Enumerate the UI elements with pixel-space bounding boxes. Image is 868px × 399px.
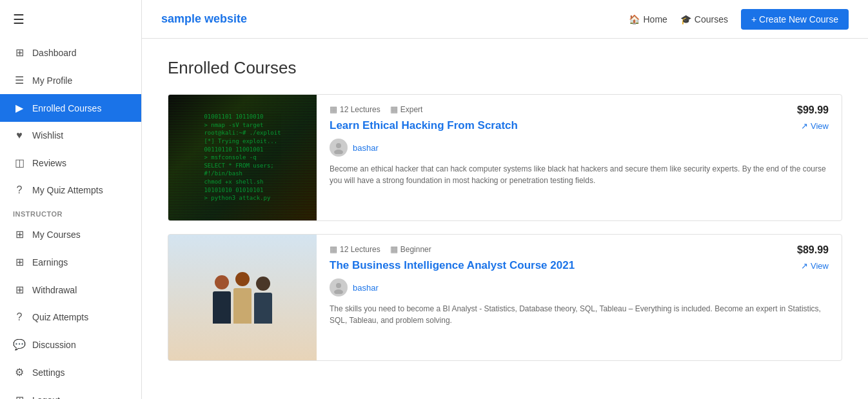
sidebar-item-label: My Profile (32, 75, 72, 86)
level-meta: ▦ Beginner (390, 244, 431, 254)
sidebar-item-dashboard[interactable]: ⊞ Dashboard (0, 39, 141, 66)
logout-icon: ⊞ (13, 394, 26, 399)
sidebar-item-label: Withdrawal (32, 285, 77, 295)
topnav: sample website 🏠 Home 🎓 Courses + Create… (142, 0, 868, 39)
reviews-icon: ◫ (13, 157, 26, 169)
view-course-button[interactable]: ↗ View (801, 261, 829, 271)
home-label: Home (643, 14, 667, 24)
author-name[interactable]: bashar (353, 143, 379, 153)
page-content: Enrolled Courses 01001101 10110010 > nma… (142, 39, 868, 399)
topnav-links: 🏠 Home 🎓 Courses + Create New Course (629, 9, 849, 30)
course-card: ▦ 12 Lectures ▦ Beginner The Business In… (168, 234, 842, 361)
sidebar-item-discussion[interactable]: 💬 Discussion (0, 331, 141, 358)
svg-point-1 (334, 150, 343, 154)
home-icon: 🏠 (629, 14, 640, 24)
head (215, 275, 229, 289)
course-info: ▦ 12 Lectures ▦ Expert Learn Ethical Hac… (317, 95, 842, 220)
enrolled-icon: ▶ (13, 102, 26, 114)
course-price-view: $99.99 ↗ View (797, 104, 829, 131)
sidebar-item-label: Earnings (32, 257, 68, 268)
lectures-count: 12 Lectures (340, 105, 380, 114)
sidebar-item-reviews[interactable]: ◫ Reviews (0, 149, 141, 177)
course-info: ▦ 12 Lectures ▦ Beginner The Business In… (317, 235, 842, 360)
sidebar-item-label: Settings (32, 367, 65, 378)
quiz-attempts-icon: ? (13, 184, 26, 196)
sidebar-item-label: Dashboard (32, 48, 77, 58)
course-title[interactable]: Learn Ethical Hacking From Scratch (330, 119, 829, 132)
sidebar-item-quiz-attempts[interactable]: ? Quiz Attempts (0, 304, 141, 331)
code-visual: 01001101 10110010 > nmap -sV target root… (197, 106, 287, 209)
earnings-icon: ⊞ (13, 256, 26, 268)
sidebar-item-settings[interactable]: ⚙ Settings (0, 358, 141, 386)
body (233, 288, 252, 324)
person-1 (213, 275, 231, 324)
person-3 (254, 277, 272, 324)
sidebar: ☰ ⊞ Dashboard ☰ My Profile ▶ Enrolled Co… (0, 0, 142, 399)
external-link-icon: ↗ (801, 121, 808, 131)
view-course-button[interactable]: ↗ View (801, 121, 829, 131)
sidebar-item-label: My Courses (32, 229, 81, 240)
course-author: bashar (330, 278, 829, 297)
level-icon: ▦ (390, 244, 398, 254)
hamburger-icon[interactable]: ☰ (0, 0, 141, 39)
sidebar-item-logout[interactable]: ⊞ Logout (0, 386, 141, 399)
lectures-meta: ▦ 12 Lectures (330, 244, 380, 254)
courses-icon: 🎓 (680, 14, 691, 24)
home-link[interactable]: 🏠 Home (629, 14, 667, 24)
avatar (330, 139, 348, 157)
view-label: View (811, 121, 829, 131)
course-price: $99.99 (797, 104, 829, 116)
course-card: 01001101 10110010 > nmap -sV target root… (168, 94, 842, 221)
sidebar-item-my-profile[interactable]: ☰ My Profile (0, 66, 141, 94)
dashboard-icon: ⊞ (13, 46, 26, 59)
external-link-icon: ↗ (801, 261, 808, 271)
course-author: bashar (330, 139, 829, 157)
sidebar-item-enrolled-courses[interactable]: ▶ Enrolled Courses (0, 94, 141, 122)
discussion-icon: 💬 (13, 338, 26, 351)
level-icon: ▦ (390, 104, 398, 114)
course-meta: ▦ 12 Lectures ▦ Expert (330, 104, 829, 114)
instructor-section-label: INSTRUCTOR (0, 204, 141, 220)
author-name[interactable]: bashar (353, 283, 379, 293)
sidebar-item-label: Quiz Attempts (32, 312, 88, 322)
course-description: Become an ethical hacker that can hack c… (330, 163, 829, 186)
create-new-course-button[interactable]: + Create New Course (741, 9, 849, 30)
courses-label: Courses (695, 14, 728, 24)
avatar (330, 278, 348, 297)
course-level: Expert (400, 105, 423, 114)
sidebar-item-my-courses[interactable]: ⊞ My Courses (0, 220, 141, 248)
lectures-count: 12 Lectures (340, 245, 380, 254)
course-meta: ▦ 12 Lectures ▦ Beginner (330, 244, 829, 254)
course-price-view: $89.99 ↗ View (797, 244, 829, 271)
sidebar-item-withdrawal[interactable]: ⊞ Withdrawal (0, 276, 141, 304)
sidebar-item-label: My Quiz Attempts (32, 185, 103, 195)
course-description: The skills you need to become a BI Analy… (330, 303, 829, 326)
course-thumbnail: 01001101 10110010 > nmap -sV target root… (168, 95, 317, 220)
settings-icon: ⚙ (13, 366, 26, 378)
sidebar-item-label: Enrolled Courses (32, 103, 101, 113)
course-thumbnail (168, 235, 317, 360)
sidebar-item-label: Reviews (32, 158, 66, 168)
courses-link[interactable]: 🎓 Courses (680, 14, 728, 24)
head (256, 277, 270, 291)
head (235, 272, 250, 286)
people-visual (213, 272, 272, 324)
sidebar-item-earnings[interactable]: ⊞ Earnings (0, 248, 141, 276)
sidebar-item-label: Wishlist (32, 130, 63, 141)
main-content: sample website 🏠 Home 🎓 Courses + Create… (142, 0, 868, 399)
brand-logo[interactable]: sample website (161, 12, 629, 26)
lectures-icon: ▦ (330, 104, 337, 114)
svg-point-3 (334, 289, 343, 294)
sidebar-item-wishlist[interactable]: ♥ Wishlist (0, 122, 141, 149)
person-2 (233, 272, 252, 324)
profile-icon: ☰ (13, 74, 26, 86)
wishlist-icon: ♥ (13, 130, 26, 141)
svg-point-0 (336, 143, 341, 148)
business-scene (168, 235, 317, 360)
body (213, 291, 231, 324)
view-label: View (811, 261, 829, 271)
withdrawal-icon: ⊞ (13, 284, 26, 296)
course-title[interactable]: The Business Intelligence Analyst Course… (330, 259, 829, 272)
sidebar-item-my-quiz-attempts[interactable]: ? My Quiz Attempts (0, 177, 141, 204)
body (254, 293, 272, 324)
